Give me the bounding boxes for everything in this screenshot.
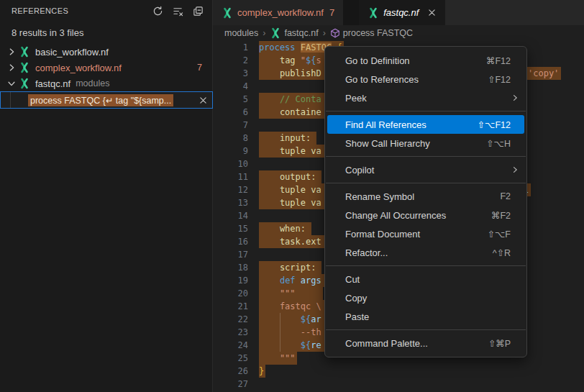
menu-item-label: Cut: [345, 274, 360, 285]
menu-item-show-call-hierarchy[interactable]: Show Call Hierarchy⇧⌥H: [325, 134, 526, 152]
code-text: [248, 158, 259, 170]
tab-dirty-count: 7: [329, 7, 334, 18]
menu-item-label: Refactor...: [345, 247, 388, 258]
close-icon: [199, 96, 208, 105]
menu-item-paste[interactable]: Paste: [325, 307, 526, 326]
line-number: 24: [213, 339, 248, 352]
line-number: 9: [213, 145, 248, 158]
close-icon: [427, 8, 437, 17]
line-number: 6: [213, 106, 248, 119]
file-name: basic_workflow.nf: [35, 47, 109, 58]
tab-separator: [343, 0, 359, 25]
tab-label: fastqc.nf: [383, 7, 419, 18]
reference-highlight-band: when:: [259, 222, 311, 235]
nextflow-icon: [19, 46, 30, 58]
panel-actions: [150, 4, 205, 18]
breadcrumb-item-fastqc-nf[interactable]: fastqc.nf: [270, 27, 318, 39]
breadcrumb-item-process-FASTQC[interactable]: process FASTQC: [330, 28, 413, 38]
panel-header: REFERENCES: [0, 0, 212, 22]
collapse-all-icon: [193, 6, 204, 17]
menu-item-go-to-references[interactable]: Go to References⇧F12: [325, 70, 526, 88]
code-text: [248, 119, 259, 132]
nextflow-icon: [368, 7, 379, 19]
menu-item-label: Find All References: [345, 119, 426, 130]
menu-item-format-document[interactable]: Format Document⇧⌥F: [325, 224, 526, 243]
clear-all-icon: [173, 6, 183, 17]
chevron-right-icon: [6, 63, 17, 73]
nextflow-icon: [270, 27, 281, 39]
chevron-down-icon: [6, 78, 17, 88]
file-name: fastqc.nf: [35, 78, 70, 89]
nextflow-icon: [368, 7, 379, 19]
nextflow-icon: [19, 78, 30, 89]
code-text: [248, 80, 259, 93]
nextflow-icon: [222, 7, 233, 19]
code-line-26[interactable]: 26}: [213, 365, 584, 378]
refresh-button[interactable]: [150, 4, 165, 18]
line-number: 10: [213, 158, 248, 170]
menu-item-label: Go to Definition: [345, 55, 410, 66]
line-number: 17: [213, 248, 248, 261]
reference-highlight-band: }: [259, 365, 265, 378]
menu-item-find-all-references[interactable]: Find All References⇧⌥F12: [327, 115, 524, 134]
line-number: 8: [213, 132, 248, 145]
file-result-fastqc-nf[interactable]: fastqc.nfmodules: [0, 76, 212, 91]
menu-item-copy[interactable]: Copy: [325, 288, 526, 307]
file-result-basic_workflow-nf[interactable]: basic_workflow.nf: [0, 44, 212, 60]
menu-item-copilot[interactable]: Copilot: [325, 160, 526, 179]
line-number: 4: [213, 80, 248, 93]
dismiss-result-icon[interactable]: [199, 96, 208, 105]
chevron-down-icon[interactable]: [6, 78, 17, 88]
menu-item-change-all-occurrences[interactable]: Change All Occurrences⌘F2: [325, 206, 526, 224]
line-number: 2: [213, 54, 248, 67]
menu-item-label: Paste: [345, 311, 369, 322]
tab-bar: complex_workflow.nf7fastqc.nf: [213, 0, 584, 25]
tab-close-icon[interactable]: [427, 8, 437, 17]
breadcrumb-item-modules[interactable]: modules: [224, 28, 258, 38]
file-result-complex_workflow-nf[interactable]: complex_workflow.nf7: [0, 60, 212, 76]
results-summary: 8 results in 3 files: [0, 22, 212, 42]
menu-item-cut[interactable]: Cut: [325, 270, 526, 288]
chevron-right-icon[interactable]: [6, 47, 17, 57]
code-text: output:: [248, 170, 321, 183]
tab-complex_workflow-nf[interactable]: complex_workflow.nf7: [213, 0, 343, 25]
menu-item-label: Show Call Hierarchy: [345, 138, 430, 149]
menu-item-shortcut: ⌘F12: [486, 55, 511, 66]
reference-highlight-band: script:: [259, 261, 321, 274]
chevron-right-icon: [6, 47, 17, 57]
nextflow-icon: [19, 62, 32, 73]
menu-separator: [326, 265, 526, 266]
menu-item-refactor[interactable]: Refactor...^⇧R: [325, 243, 526, 262]
line-number: 26: [213, 365, 248, 378]
line-number: 13: [213, 196, 248, 209]
nextflow-icon: [19, 46, 32, 58]
code-text: script:: [248, 261, 321, 274]
references-panel: REFERENCES 8 results in 3 files basic_wo…: [0, 0, 213, 392]
menu-item-label: Change All Occurrences: [345, 210, 446, 221]
menu-item-rename-symbol[interactable]: Rename SymbolF2: [325, 187, 526, 206]
line-number: 3: [213, 67, 248, 80]
tree-indent-guide: [10, 92, 11, 108]
menu-item-label: Command Palette...: [345, 338, 428, 349]
reference-result-item[interactable]: process FASTQC {↵ tag "${samp...: [0, 91, 213, 109]
menu-item-command-palette[interactable]: Command Palette...⇧⌘P: [325, 334, 526, 352]
code-line-27[interactable]: 27: [213, 378, 584, 391]
menu-item-label: Format Document: [345, 229, 420, 240]
breadcrumb-label: process FASTQC: [343, 28, 413, 38]
menu-item-shortcut: ⇧⌥H: [486, 138, 511, 149]
clear-all-button[interactable]: [170, 4, 185, 18]
tab-fastqc-nf[interactable]: fastqc.nf: [359, 0, 445, 25]
code-text: }: [248, 365, 265, 378]
breadcrumb-separator: ›: [323, 28, 326, 38]
menu-item-peek[interactable]: Peek: [325, 88, 526, 107]
submenu-arrow-icon: [511, 94, 519, 102]
submenu-arrow-icon: [511, 165, 519, 174]
line-number: 1: [213, 41, 248, 54]
chevron-right-icon[interactable]: [6, 63, 17, 73]
collapse-all-button[interactable]: [191, 4, 205, 18]
code-text: when:: [248, 222, 311, 235]
nextflow-icon: [222, 7, 233, 19]
menu-item-go-to-definition[interactable]: Go to Definition⌘F12: [325, 51, 526, 70]
menu-item-shortcut: ⇧⌥F12: [478, 119, 511, 130]
menu-item-shortcut: F2: [500, 191, 511, 201]
